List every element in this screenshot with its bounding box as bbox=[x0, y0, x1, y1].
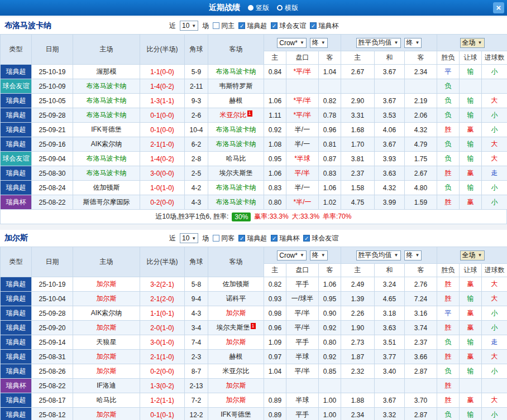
league-filter-checkbox[interactable]: ✓ 瑞典杯 bbox=[310, 21, 338, 31]
asia-away-odds-cell: 0.95 bbox=[319, 292, 341, 306]
close-button[interactable]: × bbox=[493, 2, 504, 13]
team-link[interactable]: 布洛马波卡纳 bbox=[87, 155, 127, 162]
team-link[interactable]: 哈马比 bbox=[226, 155, 246, 162]
league-filter-checkbox[interactable]: ✓ 球会友谊 bbox=[303, 234, 338, 243]
goals-result-cell: 小 bbox=[482, 364, 507, 379]
team-link[interactable]: 布洛马波卡纳 bbox=[87, 82, 127, 90]
goals-result-cell: 大 bbox=[482, 94, 507, 108]
odds-stage-select[interactable]: 终 ▼ bbox=[404, 250, 422, 260]
asia-away-odds-cell: 0.83 bbox=[319, 166, 341, 181]
team-link[interactable]: 加尔斯 bbox=[97, 295, 117, 302]
team-link[interactable]: 布洛马波卡纳 bbox=[87, 96, 127, 104]
team-link[interactable]: IF洛迪 bbox=[97, 382, 116, 389]
handicap-result-cell: 输 bbox=[460, 181, 482, 195]
league-filter-checkbox[interactable]: ✓ 瑞典超 bbox=[238, 21, 267, 31]
team-link[interactable]: 加尔斯 bbox=[97, 353, 117, 360]
team-link[interactable]: 布洛马波卡纳 bbox=[87, 111, 127, 119]
sub-header-handicap: 盘口 bbox=[286, 51, 319, 65]
result-row: 瑞典超25-09-28布洛马波卡纳0-1(0-0)2-6米亚尔比11.11*平/… bbox=[1, 108, 507, 123]
team-link[interactable]: 佐加顿斯 bbox=[223, 280, 250, 288]
team-link[interactable]: 米亚尔比 bbox=[220, 111, 247, 119]
match-scope-select[interactable]: 全场 ▼ bbox=[460, 38, 485, 48]
chevron-down-icon: ▼ bbox=[394, 40, 399, 45]
team-link[interactable]: 赫根 bbox=[229, 353, 243, 360]
team-link[interactable]: 赫根 bbox=[229, 96, 243, 104]
team-link[interactable]: 佐加顿斯 bbox=[93, 184, 120, 191]
chevron-down-icon: ▼ bbox=[415, 40, 420, 45]
team-link[interactable]: 加尔斯 bbox=[97, 280, 117, 288]
league-filter-checkbox[interactable]: ✓ 瑞典杯 bbox=[271, 234, 299, 243]
team-link[interactable]: AIK索尔纳 bbox=[91, 140, 122, 148]
odds-stage-select[interactable]: 终 ▼ bbox=[310, 38, 328, 48]
summary-text: 近10场,胜3平1负6, 胜率: bbox=[156, 212, 229, 221]
europe-home-odds-cell: 2.32 bbox=[341, 364, 375, 379]
team-link[interactable]: 布洛马波卡纳 bbox=[87, 169, 127, 177]
select-value: 胜平负均值 bbox=[358, 250, 392, 260]
team-link[interactable]: 天狼星 bbox=[97, 338, 117, 346]
sub-header-eu-away: 客 bbox=[405, 264, 437, 277]
layout-horizontal-radio[interactable]: 横版 bbox=[277, 3, 298, 13]
team-link[interactable]: 埃尔夫斯堡 bbox=[219, 169, 253, 177]
corner-cell: 2-5 bbox=[185, 166, 208, 181]
team-link[interactable]: 加尔斯 bbox=[97, 411, 117, 418]
handicap-cell: 平/半 bbox=[286, 364, 319, 379]
team-link[interactable]: 渥那模 bbox=[97, 67, 117, 75]
match-date-cell: 25-08-17 bbox=[32, 393, 73, 408]
results-table: 类型 日期 主场 比分(半场) 角球 客场 Crow* ▼ 终 bbox=[0, 247, 507, 420]
team-link[interactable]: 加尔斯 bbox=[97, 324, 117, 331]
team-link[interactable]: 诺科平 bbox=[226, 295, 246, 302]
match-date-cell: 25-08-24 bbox=[32, 181, 73, 195]
team-link[interactable]: 加尔斯 bbox=[97, 367, 117, 375]
layout-vertical-radio[interactable]: 竖版 bbox=[248, 3, 269, 13]
team-link[interactable]: IFK哥德堡 bbox=[91, 125, 122, 133]
team-link[interactable]: 米亚尔比 bbox=[223, 367, 250, 375]
col-header-date: 日期 bbox=[32, 247, 73, 277]
team-link[interactable]: AIK索尔纳 bbox=[91, 309, 122, 317]
odds-stage-select[interactable]: 终 ▼ bbox=[310, 250, 328, 260]
avg-odds-select[interactable]: 胜平负均值 ▼ bbox=[356, 250, 401, 260]
corner-cell: 2-8 bbox=[185, 152, 208, 166]
match-count-select[interactable]: 10 ▼ bbox=[180, 233, 198, 243]
matches-label: 场 bbox=[202, 21, 209, 31]
league-badge-cell: 瑞典超 bbox=[1, 306, 32, 321]
result-cell: 胜 bbox=[437, 277, 460, 292]
team-link[interactable]: 加尔斯 bbox=[226, 382, 246, 389]
team-link[interactable]: 加尔斯 bbox=[226, 396, 246, 404]
home-team-cell: 加尔斯 bbox=[73, 321, 140, 335]
corner-cell: 4-2 bbox=[185, 181, 208, 195]
avg-odds-select[interactable]: 胜平负均值 ▼ bbox=[356, 38, 401, 48]
team-link[interactable]: 加尔斯 bbox=[226, 338, 246, 346]
team-link[interactable]: 布洛马波卡纳 bbox=[216, 184, 256, 191]
odds-company-select[interactable]: Crow* ▼ bbox=[277, 38, 307, 48]
team-link[interactable]: 埃尔夫斯堡 bbox=[217, 324, 250, 331]
europe-home-odds-cell bbox=[341, 379, 375, 393]
europe-draw-odds-cell: 3.77 bbox=[375, 350, 405, 364]
league-filter-checkbox[interactable]: ✓ 瑞典超 bbox=[238, 234, 267, 243]
same-venue-checkbox[interactable]: 同客 bbox=[213, 234, 235, 243]
team-link[interactable]: 哈马比 bbox=[97, 396, 117, 404]
match-date-cell: 25-08-22 bbox=[32, 195, 73, 210]
team-link[interactable]: 布洛马波卡纳 bbox=[216, 198, 256, 206]
radio-unselected-icon bbox=[248, 5, 253, 11]
handicap-result-cell: 输 bbox=[460, 137, 482, 152]
handicap-cell: 半球 bbox=[286, 393, 319, 408]
league-filter-checkbox[interactable]: ✓ 球会友谊 bbox=[271, 21, 306, 31]
goals-result-cell: 小 bbox=[482, 181, 507, 195]
match-count-select[interactable]: 10 ▼ bbox=[180, 21, 198, 31]
europe-away-odds-cell: 3.74 bbox=[405, 321, 437, 335]
asia-away-odds-cell: 0.85 bbox=[319, 364, 341, 379]
team-link[interactable]: 加尔斯 bbox=[226, 309, 246, 317]
team-link[interactable]: 韦斯特罗斯 bbox=[219, 82, 253, 90]
team-link[interactable]: 布洛马波卡纳 bbox=[216, 140, 256, 148]
odds-company-select[interactable]: Crow* ▼ bbox=[277, 250, 307, 260]
same-venue-checkbox[interactable]: 同主 bbox=[213, 21, 235, 31]
europe-home-odds-cell bbox=[341, 79, 375, 94]
team-link[interactable]: 斯德哥尔摩国际 bbox=[83, 198, 130, 206]
team-link[interactable]: IFK哥德堡 bbox=[221, 411, 251, 418]
match-scope-select[interactable]: 全场 ▼ bbox=[460, 250, 485, 260]
team-link[interactable]: 布洛马波卡纳 bbox=[216, 67, 256, 75]
result-row: 瑞典超25-08-12加尔斯0-1(0-1)12-2IFK哥德堡0.89平手1.… bbox=[1, 408, 507, 420]
odds-stage-select[interactable]: 终 ▼ bbox=[404, 38, 422, 48]
team-link[interactable]: 布洛马波卡纳 bbox=[216, 125, 256, 133]
red-card-badge: 1 bbox=[247, 110, 252, 117]
